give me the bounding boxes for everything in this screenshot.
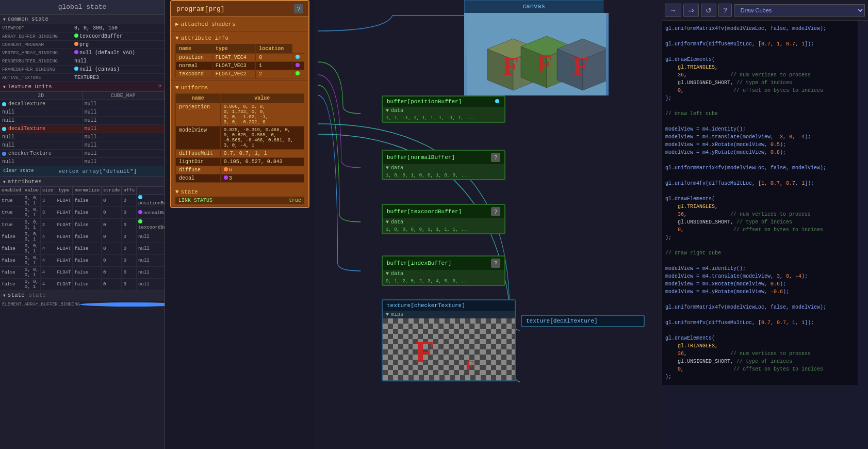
expand-icon: ▼ <box>386 219 389 225</box>
code-text: modelView = m4.identity(); <box>665 126 746 132</box>
expand-icon: ▼ <box>175 189 179 195</box>
texture-units-question[interactable]: ? <box>158 84 161 90</box>
attribute-info-header[interactable]: ▼ attribute info <box>175 34 304 43</box>
attr-norm-1: false <box>73 207 102 219</box>
uni-name-lightdir: lightDir <box>176 158 221 166</box>
code-text: gl.UNSIGNED_SHORT, // type of indices <box>665 219 792 225</box>
state-bottom-header[interactable]: ▼ state state <box>0 291 165 300</box>
uniforms-header[interactable]: ▼ uniforms <box>175 83 304 92</box>
state-row-vertex-array: VERTEX_ARRAY_BINDING null (default VAO) <box>0 49 165 57</box>
attr-value-4: 0, 0, 0, 1 <box>23 243 40 255</box>
code-line-19: 0, // offset on bytes to indices <box>665 226 855 234</box>
buffer-texcoord-title: buffer[texcoordBuffer] <box>387 209 462 215</box>
tex-2d-1: null <box>0 108 83 116</box>
canvas-node-title: canvas <box>464 0 603 13</box>
buffer-normal-header: buffer[normalBuffer] ? <box>383 151 504 164</box>
program-question-button[interactable]: ? <box>294 4 303 13</box>
code-text: gl.drawElements( <box>665 196 715 202</box>
uni-row-decal: decal 3 <box>176 174 304 183</box>
attr-enabled-4: false <box>0 243 23 255</box>
expand-icon: ▼ <box>386 312 389 317</box>
dot-cyan-icon <box>74 67 78 71</box>
buffer-normal-question[interactable]: ? <box>491 153 500 162</box>
attr-offs-7: 0 <box>122 279 137 291</box>
attr-stride-7: 0 <box>102 279 122 291</box>
attr-buf-5: null <box>137 255 165 267</box>
texture-row-1: null null <box>0 108 165 117</box>
svg-text:F: F <box>503 52 519 81</box>
texture-checker-header: texture[checkerTexture] <box>383 300 515 311</box>
attr-stride-4: 0 <box>102 243 122 255</box>
texture-row-5: null null <box>0 141 165 150</box>
attr-type-1: FLOAT <box>55 207 73 219</box>
attr-value-2: 0, 0, 0, 1 <box>23 219 40 231</box>
code-text: gl.uniformMatrix4fv(modelViewLoc, false,… <box>665 304 826 310</box>
reset-button[interactable]: ↺ <box>701 4 716 17</box>
buffer-index-question[interactable]: ? <box>491 259 500 268</box>
attr-enabled-6: false <box>0 267 23 279</box>
buffer-index-data: 0, 1, 2, 0, 2, 3, 4, 5, 6, ... <box>383 278 504 285</box>
buffer-position-header: buffer[positionBuffer] <box>383 97 504 107</box>
code-line-blank-1 <box>665 33 855 40</box>
code-line-18: gl.UNSIGNED_SHORT, // type of indices <box>665 218 855 226</box>
code-text: modelView = m4.yRotate(modelView, 0.8); <box>665 150 786 155</box>
uni-name-diffuse: diffuse <box>176 166 221 174</box>
texture-row-6: checkerTexture null <box>0 150 165 158</box>
state-val-current-program: prg <box>72 41 165 49</box>
code-line-29: 36, // num vertices to process <box>665 350 855 358</box>
buffer-texcoord-question[interactable]: ? <box>491 207 500 216</box>
uni-name-projection: projection <box>176 103 221 126</box>
texture-row-4: null null <box>0 133 165 141</box>
tex-map-4: null <box>83 133 165 141</box>
col-name: name <box>176 44 212 54</box>
code-text: 36, // num vertices to process <box>665 212 811 217</box>
attr-value-6: 0, 0, 0, 1 <box>23 267 40 279</box>
attr-enabled-2: true <box>0 219 23 231</box>
program-state-header[interactable]: ▼ state <box>175 187 304 197</box>
attr-type-6: FLOAT <box>55 267 73 279</box>
col-type: type <box>55 187 73 195</box>
attr-loc-1: 1 <box>256 62 292 70</box>
uni-row-lightdir: lightDir 0.105, 0.527, 0.843 <box>176 158 304 166</box>
attr-buf-4: null <box>137 243 165 255</box>
uni-val-decal: 3 <box>220 174 304 183</box>
code-line-21: modelView = m4.identity(); <box>665 265 855 272</box>
code-line-23: modelView = m4.xRotate(modelView, 0.6); <box>665 280 855 288</box>
attr-enabled-0: true <box>0 195 23 207</box>
attached-shaders-header[interactable]: ▶ attached shaders <box>175 19 304 29</box>
step-into-button[interactable]: → <box>665 4 681 17</box>
code-line-9: modelView = m4.identity(); <box>665 125 855 133</box>
texture-units-expand[interactable]: ▼ Texture Units <box>3 84 52 90</box>
buffer-normal-node: buffer[normalBuffer] ? ▼ data 1, 0, 0, 1… <box>382 150 505 180</box>
attributes-section-header[interactable]: ▼ attributes <box>0 177 165 187</box>
common-state-table: VIEWPORT 0, 0, 300, 150 ARRAY_BUFFER_BIN… <box>0 24 165 82</box>
texture-units-header: ▼ Texture Units ? <box>0 82 165 92</box>
step-over-button[interactable]: ⇒ <box>683 4 699 17</box>
code-panel-wrapper: → ⇒ ↺ ? Draw Cubes Draw Cube gl.uniformM… <box>662 0 868 449</box>
element-binding-row: ELEMENT_ARRAY_BUFFER_BINDING indexBuffer <box>0 300 165 309</box>
help-button[interactable]: ? <box>718 4 732 17</box>
expand-icon: ▼ <box>386 165 389 171</box>
col-uni-name: name <box>176 94 221 103</box>
attr-info-row-0: position FLOAT_VEC4 0 <box>176 54 304 62</box>
attr-type-4: FLOAT <box>55 243 73 255</box>
clear-state-link[interactable]: clear state <box>3 168 34 173</box>
attr-enabled-1: true <box>0 207 23 219</box>
attr-name-0: position <box>176 54 212 62</box>
program-dropdown[interactable]: Draw Cubes Draw Cube <box>734 4 865 17</box>
code-line-6: gl.UNSIGNED_SHORT, // type of indices <box>665 79 855 87</box>
state-row-viewport: VIEWPORT 0, 0, 300, 150 <box>0 24 165 33</box>
state-val-renderbuffer: null <box>72 57 165 66</box>
state-val-viewport: 0, 0, 300, 150 <box>72 24 165 33</box>
code-text: 36, // num vertices to process <box>665 72 811 78</box>
tex-2d-6: checkerTexture <box>0 150 83 157</box>
texture-checker-node: texture[checkerTexture] ▼ mips <box>382 299 516 381</box>
attr-loc-2: 2 <box>256 70 292 78</box>
uni-val-modelview: 0.825, -0.319, 0.466, 0,0, 0.825, 0.565,… <box>220 126 304 150</box>
uni-val-diffuse: 6 <box>220 166 304 174</box>
code-text: // draw right cube <box>665 250 721 256</box>
attr-buf-7: null <box>137 279 165 291</box>
common-state-header[interactable]: ▼ common state <box>0 14 165 24</box>
code-text: gl.TRIANGLES, <box>665 65 718 70</box>
attr-row-3: false 0, 0, 0, 1 4 FLOAT false 0 0 null <box>0 231 165 243</box>
